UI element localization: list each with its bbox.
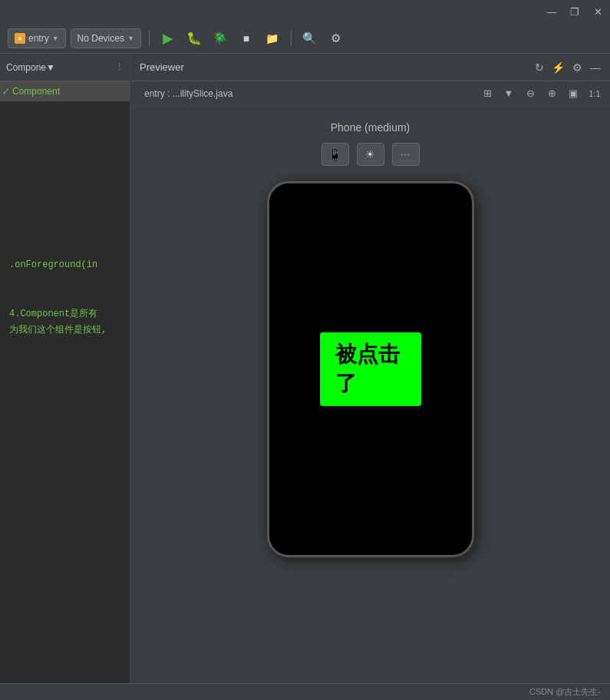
previewer-title: Previewer	[140, 61, 184, 73]
preview-content: Phone (medium) 📱 ☀ ··· 被点击了	[130, 106, 610, 683]
check-icon: ✓	[2, 85, 11, 97]
phone-side-button-2	[473, 337, 474, 398]
code-line-4: 为我们这个组件是按钮,	[3, 322, 127, 338]
files-button[interactable]: 📁	[262, 28, 283, 49]
brightness-icon: ☀	[365, 148, 375, 160]
device-frame-icon[interactable]: ▣	[565, 86, 581, 101]
code-line-1: .onForeground(in	[3, 258, 127, 272]
sidebar-header: Compone▼ ⋮	[0, 54, 130, 81]
view-dropdown-icon[interactable]: ▼	[501, 86, 516, 101]
scale-label: 1:1	[587, 86, 602, 101]
title-bar-controls: — ❐ ✕	[546, 6, 604, 18]
toolbar-separator-1	[149, 30, 150, 47]
files-icon: 📁	[265, 32, 279, 45]
minimize-button[interactable]: —	[546, 6, 558, 18]
search-icon: 🔍	[302, 31, 317, 45]
device-controls: 📱 ☀ ···	[321, 143, 420, 166]
sidebar-menu-icon[interactable]: ⋮	[115, 62, 124, 72]
status-bar: CSDN @吉士先生-	[0, 683, 610, 700]
previewer-header: Previewer ↻ ⚡ ⚙ —	[130, 54, 610, 81]
code-line-2	[3, 295, 127, 298]
phone-screen: 被点击了	[269, 183, 472, 555]
run-button[interactable]: ▶	[157, 28, 179, 49]
entry-label: entry	[28, 33, 49, 44]
file-tab[interactable]: entry : ...ilitySlice.java	[138, 85, 239, 102]
toolbar: ▲ entry ▼ No Devices ▼ ▶ 🐛 🪲 ■ 📁 🔍 ⚙	[0, 23, 610, 54]
toolbar-separator-2	[291, 30, 292, 47]
entry-module-button[interactable]: ▲ entry ▼	[8, 28, 66, 48]
device-rotate-button[interactable]: 📱	[321, 143, 349, 166]
device-brightness-button[interactable]: ☀	[357, 143, 384, 166]
previewer-panel: Previewer ↻ ⚡ ⚙ — entry : ...ilitySlice.…	[130, 54, 610, 683]
entry-dropdown-arrow: ▼	[52, 35, 59, 42]
sidebar-title: Compone▼	[6, 62, 112, 73]
file-tab-actions: ⊞ ▼ ⊖ ⊕ ▣ 1:1	[480, 86, 602, 101]
no-devices-button[interactable]: No Devices ▼	[71, 28, 141, 48]
code-block: .onForeground(in 4.Component是所有 为我们这个组件是…	[0, 255, 130, 341]
more-icon: ···	[401, 149, 411, 160]
device-more-button[interactable]: ···	[392, 143, 420, 166]
no-devices-label: No Devices	[77, 33, 124, 44]
settings-button[interactable]: ⚙	[325, 28, 347, 49]
zoom-out-icon[interactable]: ⊖	[523, 86, 538, 101]
device-name-label: Phone (medium)	[331, 121, 411, 134]
close-button[interactable]: ✕	[592, 6, 604, 18]
phone-frame: 被点击了	[267, 181, 474, 557]
maximize-button[interactable]: ❐	[569, 6, 581, 18]
search-button[interactable]: 🔍	[299, 28, 321, 49]
zoom-in-icon[interactable]: ⊕	[544, 86, 559, 101]
module-icon: ▲	[15, 33, 25, 44]
refresh-icon[interactable]: ↻	[535, 61, 544, 74]
stop-button[interactable]: ■	[236, 28, 257, 49]
phone-button-label[interactable]: 被点击了	[320, 332, 421, 406]
title-bar: — ❐ ✕	[0, 0, 610, 23]
sidebar-item-label: Component	[12, 86, 60, 97]
previewer-settings-icon[interactable]: ⚙	[572, 61, 582, 74]
grid-view-icon[interactable]: ⊞	[480, 86, 495, 101]
device-filter-icon[interactable]: ⚡	[552, 61, 565, 74]
sidebar: Compone▼ ⋮ ✓ Component .onForeground(in …	[0, 54, 130, 683]
main-area: Compone▼ ⋮ ✓ Component .onForeground(in …	[0, 54, 610, 683]
previewer-minimize-icon[interactable]: —	[590, 61, 601, 74]
debug-button[interactable]: 🐛	[183, 28, 205, 49]
status-text: CSDN @吉士先生-	[529, 686, 601, 698]
device-icon: 📱	[328, 148, 341, 160]
sidebar-item-component[interactable]: ✓ Component	[0, 81, 130, 101]
devices-dropdown-arrow: ▼	[127, 35, 134, 42]
file-tab-bar: entry : ...ilitySlice.java ⊞ ▼ ⊖ ⊕ ▣ 1:1	[130, 81, 610, 106]
previewer-header-actions: ↻ ⚡ ⚙ —	[535, 61, 601, 74]
settings-icon: ⚙	[331, 31, 341, 45]
stop-icon: ■	[243, 32, 249, 45]
debug-alt-button[interactable]: 🪲	[209, 28, 231, 49]
code-line-3: 4.Component是所有	[3, 305, 127, 322]
phone-side-button-1	[473, 276, 474, 322]
